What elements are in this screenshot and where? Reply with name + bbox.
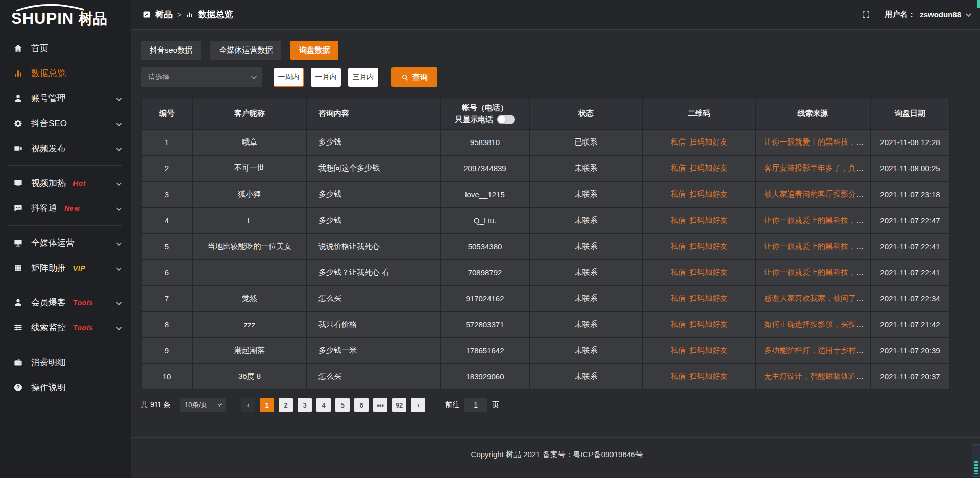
user-icon — [13, 93, 23, 104]
brand-logo-text: SHUPIN — [11, 10, 74, 28]
sidebar-divider — [8, 165, 122, 166]
sidebar-item-抖客通[interactable]: 抖客通 New — [0, 196, 131, 221]
source-link[interactable]: 无主灯设计，智能磁吸轨道灯... — [764, 372, 870, 380]
qr-scan-add-friend-link[interactable]: 扫码加好友 — [690, 216, 728, 224]
sidebar-item-label: 会员爆客 — [31, 297, 66, 308]
tab-全媒体运营数据[interactable]: 全媒体运营数据 — [210, 41, 281, 60]
sidebar-item-线索监控[interactable]: 线索监控 Tools — [0, 315, 131, 340]
sidebar-item-视频发布[interactable]: 视频发布 — [0, 136, 131, 161]
qr-scan-add-friend-link[interactable]: 扫码加好友 — [690, 189, 728, 198]
breadcrumb-separator: > — [177, 11, 181, 19]
qr-scan-add-friend-link[interactable]: 扫码加好友 — [690, 163, 728, 172]
sidebar-item-会员爆客[interactable]: 会员爆客 Tools — [0, 290, 131, 315]
page-size-select[interactable]: 10条/页 — [180, 398, 226, 412]
tab-抖音seo数据[interactable]: 抖音seo数据 — [141, 41, 201, 60]
qr-private-message-link[interactable]: 私信 — [671, 137, 686, 146]
page-size-value: 10条/页 — [185, 400, 207, 410]
cell-content: 多少钱 — [307, 181, 440, 207]
table-row: 10 36度 8 怎么买 183929060 未联系 私信扫码加好友 无主灯设计… — [141, 364, 950, 390]
qr-private-message-link[interactable]: 私信 — [671, 372, 686, 380]
cell-id: 6 — [141, 259, 192, 285]
sidebar-item-矩阵助推[interactable]: 矩阵助推 VIP — [0, 255, 131, 280]
page-ellipsis-button[interactable]: ••• — [373, 398, 387, 412]
cell-source: 让你一眼就爱上的黑科技，能... — [755, 207, 870, 233]
corner-widget[interactable] — [972, 444, 980, 477]
qr-private-message-link[interactable]: 私信 — [671, 320, 686, 328]
goto-page-input[interactable] — [464, 398, 487, 412]
next-page-button[interactable]: › — [411, 398, 425, 412]
period-button-三月内[interactable]: 三月内 — [348, 68, 378, 87]
sidebar-item-label: 全媒体运营 — [31, 237, 75, 249]
sidebar-item-label: 线索监控 — [31, 322, 66, 333]
fullscreen-icon[interactable] — [862, 10, 870, 19]
sidebar-item-全媒体运营[interactable]: 全媒体运营 — [0, 230, 131, 255]
source-link[interactable]: 多功能护栏灯，适用于乡村文... — [764, 346, 870, 354]
source-link[interactable]: 被大家追着问的客厅投影分享... — [764, 189, 870, 198]
brand-logo: SHUPIN 树品 — [0, 0, 131, 31]
qr-private-message-link[interactable]: 私信 — [671, 242, 686, 250]
page-button-4[interactable]: 4 — [316, 398, 331, 412]
cell-source: 如何正确选择投影仪，买投影... — [755, 312, 870, 338]
tab-询盘数据[interactable]: 询盘数据 — [290, 41, 338, 60]
table-row: 7 觉然 怎么买 917024162 未联系 私信扫码加好友 感谢大家喜欢我家，… — [141, 285, 950, 312]
query-button[interactable]: 查询 — [391, 67, 437, 87]
sidebar-divider — [8, 345, 122, 345]
qr-private-message-link[interactable]: 私信 — [671, 189, 686, 198]
source-link[interactable]: 让你一眼就爱上的黑科技，能... — [764, 216, 870, 224]
source-link[interactable]: 如何正确选择投影仪，买投影... — [764, 320, 870, 328]
qr-scan-add-friend-link[interactable]: 扫码加好友 — [690, 137, 728, 146]
chevron-down-icon — [116, 265, 122, 270]
source-link[interactable]: 让你一眼就爱上的黑科技，能... — [764, 242, 870, 250]
sidebar-item-首页[interactable]: 首页 — [0, 36, 131, 61]
prev-page-button[interactable]: ‹ — [241, 398, 255, 412]
qr-private-message-link[interactable]: 私信 — [671, 346, 686, 354]
qr-private-message-link[interactable]: 私信 — [671, 294, 686, 302]
sidebar-item-账号管理[interactable]: 账号管理 — [0, 86, 131, 111]
cell-nickname: L — [192, 207, 307, 233]
page-button-1[interactable]: 1 — [260, 398, 274, 412]
cell-account: 50534380 — [440, 233, 529, 259]
qr-private-message-link[interactable]: 私信 — [671, 163, 686, 172]
sidebar-item-badge: Hot — [73, 179, 86, 187]
sidebar-item-数据总览[interactable]: 数据总览 — [0, 61, 131, 86]
qr-private-message-link[interactable]: 私信 — [671, 216, 686, 224]
cell-nickname: 不可一世 — [192, 155, 307, 181]
page-button-3[interactable]: 3 — [298, 398, 312, 412]
user-menu[interactable]: 用户名：zswodun88 — [885, 10, 970, 19]
source-link[interactable]: 让你一眼就爱上的黑科技，能... — [764, 137, 870, 146]
sidebar: SHUPIN 树品 首页 数据总览 账号管理 抖音SEO 视频发布 视频加热 H… — [0, 0, 131, 478]
col-header-nickname: 客户昵称 — [192, 98, 307, 129]
phone-only-toggle[interactable] — [497, 115, 515, 124]
cell-status: 已联系 — [529, 129, 643, 155]
sidebar-item-抖音SEO[interactable]: 抖音SEO — [0, 111, 131, 136]
inquiry-table: 编号 客户昵称 咨询内容 帐号（电话） 只显示电话 状态 二维码 线索来源 — [141, 97, 950, 390]
cell-nickname: 36度 8 — [192, 364, 307, 390]
qr-scan-add-friend-link[interactable]: 扫码加好友 — [690, 372, 728, 380]
sidebar-item-视频加热[interactable]: 视频加热 Hot — [0, 171, 131, 196]
qr-scan-add-friend-link[interactable]: 扫码加好友 — [690, 268, 728, 276]
table-header: 编号 客户昵称 咨询内容 帐号（电话） 只显示电话 状态 二维码 线索来源 — [141, 98, 950, 129]
source-link[interactable]: 感谢大家喜欢我家，被问了好... — [764, 294, 870, 302]
breadcrumb-root[interactable]: 树品 — [155, 9, 173, 20]
filter-select[interactable]: 请选择 — [141, 67, 262, 87]
table-row: 2 不可一世 我想问这个多少钱 2097344839 未联系 私信扫码加好友 客… — [141, 155, 950, 181]
source-link[interactable]: 让你一眼就爱上的黑科技，能... — [764, 268, 870, 276]
period-button-一周内[interactable]: 一周内 — [274, 68, 304, 87]
qr-private-message-link[interactable]: 私信 — [671, 268, 686, 276]
period-button-一月内[interactable]: 一月内 — [311, 68, 341, 87]
chevron-down-icon — [966, 11, 971, 16]
qr-scan-add-friend-link[interactable]: 扫码加好友 — [690, 294, 728, 302]
page-button-6[interactable]: 6 — [354, 398, 369, 412]
source-link[interactable]: 客厅安装投影半年多了，真实... — [764, 163, 870, 172]
scrollbar-thumb[interactable] — [977, 0, 980, 8]
page-button-5[interactable]: 5 — [335, 398, 350, 412]
page-button-2[interactable]: 2 — [279, 398, 293, 412]
copyright-text: Copyright 树品 2021 备案号：粤ICP备09019646号 — [471, 450, 643, 459]
sidebar-item-消费明细[interactable]: 消费明细 — [0, 350, 131, 375]
qr-scan-add-friend-link[interactable]: 扫码加好友 — [690, 242, 728, 250]
qr-scan-add-friend-link[interactable]: 扫码加好友 — [690, 346, 728, 354]
sidebar-item-操作说明[interactable]: ? 操作说明 — [0, 375, 131, 400]
qr-scan-add-friend-link[interactable]: 扫码加好友 — [690, 320, 728, 328]
cell-id: 9 — [141, 338, 192, 364]
page-button-92[interactable]: 92 — [392, 398, 406, 412]
